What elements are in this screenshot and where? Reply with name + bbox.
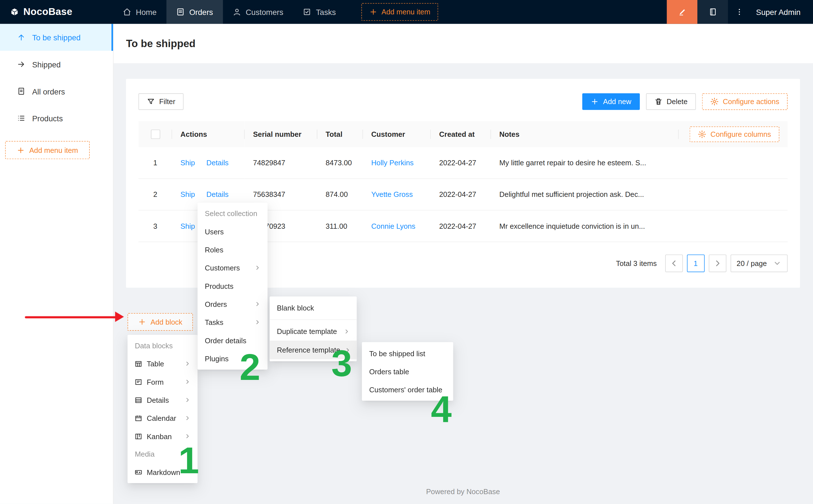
nav-item-label: Customers: [246, 8, 283, 16]
arrow-up-icon: [17, 33, 25, 41]
menu-item-label: Products: [205, 282, 234, 290]
pagination-prev-button[interactable]: [665, 254, 682, 272]
menu-item-to-be-shipped-list[interactable]: To be shipped list: [362, 344, 453, 362]
cell-notes: My little garret repair to desire he est…: [491, 147, 679, 179]
customer-link[interactable]: Holly Perkins: [371, 159, 414, 167]
menu-item-label: Kanban: [147, 432, 172, 440]
cell-created: 2022-04-27: [431, 147, 491, 179]
sidebar-item-shipped[interactable]: Shipped: [0, 51, 113, 78]
plus-icon: [591, 98, 599, 106]
menu-item-products[interactable]: Products: [197, 277, 267, 295]
menu-item-details[interactable]: Details: [128, 391, 197, 409]
menu-item-duplicate-template[interactable]: Duplicate template: [270, 322, 357, 340]
page-size-select[interactable]: 20 / page: [730, 254, 788, 272]
add-new-button[interactable]: Add new: [582, 93, 640, 110]
app-root: NocoBase Home Orders Customers Tasks: [0, 0, 813, 504]
ship-link[interactable]: Ship: [181, 190, 195, 199]
pagination-next-button[interactable]: [709, 254, 726, 272]
chevron-right-icon: [184, 379, 190, 385]
sidebar-item-label: Shipped: [32, 60, 61, 69]
calendar-icon: [135, 414, 142, 422]
menu-item-orders-table[interactable]: Orders table: [362, 362, 453, 380]
menu-item-calendar[interactable]: Calendar: [128, 409, 197, 427]
chevron-right-icon: [184, 433, 190, 439]
pagination-total: Total 3 items: [616, 259, 657, 267]
row-index: 3: [139, 210, 172, 242]
row-actions: ShipDetails: [172, 147, 245, 179]
user-menu[interactable]: Super Admin: [751, 8, 813, 16]
cell-total: 874.00: [317, 179, 363, 210]
menu-item-roles[interactable]: Roles: [197, 241, 267, 259]
gear-icon: [698, 130, 706, 138]
col-header-total: Total: [317, 121, 363, 147]
table-row: 1 ShipDetails 74829847 8473.00 Holly Per…: [139, 147, 788, 179]
menu-item-label: Markdown: [147, 468, 180, 476]
menu-item-label: Calendar: [147, 414, 176, 422]
ship-link[interactable]: Ship: [181, 222, 195, 230]
menu-item-orders[interactable]: Orders: [197, 295, 267, 313]
menu-item-customers[interactable]: Customers: [197, 259, 267, 277]
row-index: 2: [139, 179, 172, 210]
configure-actions-button[interactable]: Configure actions: [702, 93, 788, 110]
menu-item-label: Details: [147, 396, 169, 404]
collections-button[interactable]: [697, 0, 728, 24]
annotation-step-4: 4: [431, 390, 452, 428]
filter-icon: [147, 98, 155, 106]
menu-item-blank-block[interactable]: Blank block: [270, 299, 357, 317]
chevron-right-icon: [184, 361, 190, 366]
file-icon: [17, 87, 25, 95]
customer-link[interactable]: Yvette Gross: [371, 190, 413, 199]
col-header-notes: Notes: [491, 121, 679, 147]
sidebar-item-to-be-shipped[interactable]: To be shipped: [0, 24, 113, 51]
details-link[interactable]: Details: [206, 190, 229, 199]
nav-item-customers[interactable]: Customers: [223, 0, 293, 24]
page-title: To be shipped: [126, 38, 195, 49]
chevron-right-icon: [254, 319, 260, 325]
select-all-header: [139, 121, 172, 147]
ui-editor-button[interactable]: [667, 0, 697, 24]
delete-button[interactable]: Delete: [646, 93, 696, 110]
menu-item-users[interactable]: Users: [197, 223, 267, 241]
details-link[interactable]: Details: [206, 159, 229, 167]
add-new-label: Add new: [603, 98, 631, 106]
menu-item-form[interactable]: Form: [128, 373, 197, 391]
add-block-button[interactable]: Add block: [128, 313, 193, 331]
nav-item-tasks[interactable]: Tasks: [293, 0, 346, 24]
nav-item-home[interactable]: Home: [113, 0, 166, 24]
form-icon: [135, 378, 142, 386]
filter-button[interactable]: Filter: [139, 93, 184, 110]
top-navbar: NocoBase Home Orders Customers Tasks: [0, 0, 813, 24]
cell-notes: Delightful met sufficient projection ask…: [491, 179, 679, 210]
arrow-right-icon: [17, 60, 25, 68]
nocobase-logo-icon: [10, 8, 19, 16]
select-all-checkbox[interactable]: [151, 130, 160, 139]
brand[interactable]: NocoBase: [0, 6, 113, 17]
configure-columns-button[interactable]: Configure columns: [690, 126, 779, 142]
col-header-created: Created at: [431, 121, 491, 147]
caret-down-icon: [773, 259, 781, 267]
menu-item-tasks[interactable]: Tasks: [197, 313, 267, 331]
orders-icon: [176, 8, 184, 16]
customer-link[interactable]: Connie Lyons: [371, 222, 415, 230]
ship-link[interactable]: Ship: [181, 159, 195, 167]
cell-total: 311.00: [317, 210, 363, 242]
menu-item-label: Roles: [205, 245, 223, 254]
customers-icon: [233, 8, 241, 16]
nav-item-orders[interactable]: Orders: [166, 0, 223, 24]
menu-item-label: Users: [205, 227, 224, 236]
pagination-page-1[interactable]: 1: [687, 254, 704, 272]
menu-item-label: Customers: [205, 264, 240, 272]
navbar-add-menu-item-button[interactable]: Add menu item: [361, 3, 438, 21]
sidebar-item-all-orders[interactable]: All orders: [0, 78, 113, 105]
sidebar-add-menu-item-button[interactable]: Add menu item: [5, 141, 90, 159]
filter-label: Filter: [159, 98, 175, 106]
chevron-right-icon: [184, 415, 190, 421]
chevron-right-icon: [713, 259, 721, 267]
menu-group-title: Data blocks: [128, 337, 197, 355]
nav-item-label: Tasks: [316, 8, 336, 16]
sidebar-item-products[interactable]: Products: [0, 105, 113, 132]
menu-item-label: Blank block: [277, 304, 314, 312]
more-menu-button[interactable]: [728, 0, 751, 24]
cell-blank: [679, 147, 788, 179]
menu-item-table[interactable]: Table: [128, 355, 197, 373]
